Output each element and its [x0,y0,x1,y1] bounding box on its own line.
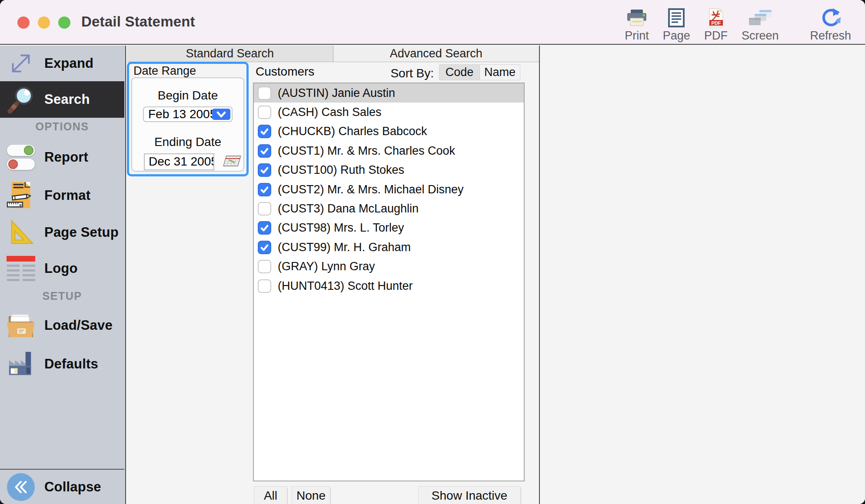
customer-row[interactable]: (GRAY) Lynn Gray [254,257,524,276]
customer-row-label: (CHUCKB) Charles Babcock [278,125,427,138]
customer-row[interactable]: (CUST3) Dana McLaughlin [254,199,524,218]
screen-button[interactable]: Screen [735,5,786,43]
customer-checkbox[interactable] [258,202,271,216]
customer-list[interactable]: (AUSTIN) Janie Austin (CASH) Cash Sales … [253,83,525,481]
sidebar-item-defaults[interactable]: Defaults [0,345,124,383]
customer-row[interactable]: (HUNT0413) Scott Hunter [254,276,524,295]
customer-checkbox[interactable] [258,86,271,100]
refresh-button[interactable]: Refresh [803,5,858,43]
begin-date-value: Feb 13 2005 [148,107,216,121]
sidebar-section-options: OPTIONS [0,120,124,133]
customer-row[interactable]: (AUSTIN) Janie Austin [254,83,524,103]
sidebar-item-search[interactable]: Search [0,81,124,118]
report-preview-panel [539,46,865,504]
select-none-button[interactable]: None [292,486,330,504]
factory-icon [5,348,37,380]
search-panel: Standard Search Advanced Search Date Ran… [127,46,539,504]
begin-date-dropdown[interactable]: Feb 13 2005 [143,106,233,122]
minimize-window-button[interactable] [38,17,50,29]
page-button[interactable]: Page [656,5,697,43]
refresh-icon [820,5,841,28]
folder-icon [5,310,37,341]
chevron-down-icon[interactable] [212,109,230,120]
customer-checkbox[interactable] [258,163,271,177]
report-toggles-icon [5,142,37,173]
customer-checkbox[interactable] [258,221,271,235]
sidebar-item-collapse[interactable]: Collapse [0,469,124,504]
ending-date-label: Ending Date [154,135,221,149]
sidebar-item-page-setup[interactable]: Page Setup [0,214,124,251]
sidebar-item-label: Report [44,149,88,165]
app-window: Detail Statement Print [0,0,865,504]
customer-row[interactable]: (CASH) Cash Sales [254,103,524,122]
sort-by-name-button[interactable]: Name [480,65,520,80]
sort-by-code-button[interactable]: Code [439,65,480,80]
sidebar-item-expand[interactable]: Expand [0,46,124,81]
customer-row[interactable]: (CUST99) Mr. H. Graham [254,238,524,257]
toolbar: Print Page [618,5,858,43]
tab-bar: Standard Search Advanced Search [127,46,539,62]
page-setup-icon [5,217,37,248]
sidebar-item-logo[interactable]: Logo [0,251,124,286]
customer-checkbox[interactable] [258,279,271,293]
screen-icon [748,5,772,28]
customer-row-label: (CUST98) Mrs. L. Torley [278,221,404,235]
tab-advanced-search[interactable]: Advanced Search [333,46,539,62]
customer-row-label: (AUSTIN) Janie Austin [278,86,395,100]
customer-row[interactable]: (CUST1) Mr. & Mrs. Charles Cook [254,141,524,160]
print-label: Print [625,29,649,43]
select-all-button[interactable]: All [254,486,287,504]
zoom-window-button[interactable] [58,17,70,29]
logo-icon [5,253,37,284]
sidebar-item-label: Search [44,92,90,107]
customer-row-label: (CUST3) Dana McLaughlin [278,202,419,216]
customer-checkbox[interactable] [258,106,271,119]
pdf-button[interactable]: PDF PDF [697,5,735,43]
sidebar-item-format[interactable]: Format [0,177,124,214]
checkmark-icon [260,223,269,233]
show-inactive-button[interactable]: Show Inactive [418,486,521,504]
customer-checkbox[interactable] [258,144,271,158]
customer-row-label: (CUST2) Mr. & Mrs. Michael Disney [278,183,464,196]
pdf-icon: PDF [708,5,724,28]
customer-row-label: (CUST99) Mr. H. Graham [278,241,411,254]
sidebar-item-label: Page Setup [44,225,119,240]
sidebar-item-load-save[interactable]: Load/Save [0,306,124,345]
customer-checkbox[interactable] [258,125,271,138]
customer-checkbox[interactable] [258,241,271,254]
date-range-group: Date Range Begin Date Feb 13 2005 Ending… [127,62,249,176]
customers-label: Customers [256,65,314,79]
sidebar-item-label: Logo [44,261,78,276]
checkmark-icon [260,146,269,156]
customer-row-label: (CASH) Cash Sales [278,106,382,119]
window-title: Detail Statement [81,0,195,43]
search-icon [5,84,37,115]
collapse-icon [5,471,37,503]
format-icon [5,180,37,211]
sidebar: Expand Search OPTIONS [0,46,126,504]
tab-standard-search[interactable]: Standard Search [127,46,333,62]
ending-date-input[interactable] [144,153,214,170]
sidebar-item-label: Format [44,188,90,203]
close-window-button[interactable] [17,17,30,29]
customer-row[interactable]: (CUST2) Mr. & Mrs. Michael Disney [254,180,524,199]
page-icon [668,5,685,28]
sidebar-section-setup: SETUP [0,290,124,302]
customer-row[interactable]: (CUST98) Mrs. L. Torley [254,219,524,238]
customer-row[interactable]: (CUST100) Ruth Stokes [254,161,524,180]
svg-text:PDF: PDF [711,20,721,26]
sort-by-segmented-control: Code Name [439,64,520,80]
sidebar-item-label: Defaults [44,356,98,372]
calendar-icon[interactable] [220,153,243,171]
page-label: Page [663,29,690,43]
sidebar-item-label: Load/Save [44,318,113,333]
print-button[interactable]: Print [618,5,656,43]
sidebar-item-label: Collapse [44,479,101,495]
customer-checkbox[interactable] [258,260,271,273]
checkmark-icon [260,126,269,136]
customer-row-label: (GRAY) Lynn Gray [278,260,375,273]
sort-by-label: Sort By: [390,66,434,80]
customer-checkbox[interactable] [258,183,271,196]
customer-row[interactable]: (CHUCKB) Charles Babcock [254,122,524,141]
sidebar-item-report[interactable]: Report [0,139,124,176]
